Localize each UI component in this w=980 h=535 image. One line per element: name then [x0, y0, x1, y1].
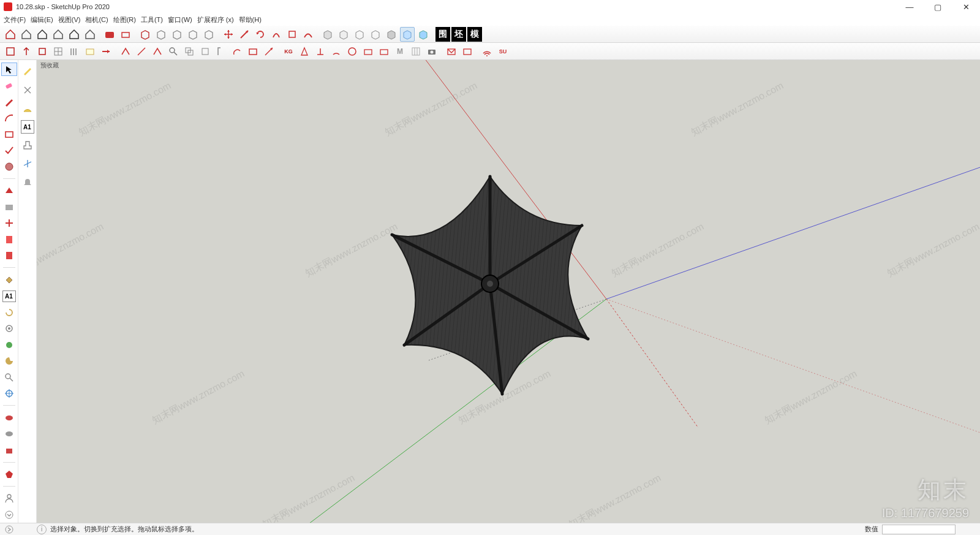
t2-11[interactable]	[166, 44, 181, 59]
m-icon[interactable]: M	[393, 44, 407, 59]
t2-mail2[interactable]	[460, 44, 475, 59]
house-icon-2[interactable]	[19, 27, 34, 42]
gear-tool[interactable]	[2, 323, 16, 334]
rotate-tool[interactable]	[253, 27, 268, 42]
b-tape[interactable]	[21, 65, 34, 78]
arc-tool[interactable]	[2, 112, 16, 123]
b-protractor[interactable]	[21, 102, 34, 115]
house-icon-6[interactable]	[83, 27, 97, 42]
t2-9[interactable]	[134, 44, 149, 59]
pencil-tool[interactable]	[2, 96, 16, 107]
cube-shade-1[interactable]	[320, 27, 335, 42]
eraser-tool[interactable]	[2, 80, 16, 91]
menu-window[interactable]: 窗口(W)	[168, 15, 192, 25]
t2-13[interactable]	[198, 44, 213, 59]
cube-shade-2[interactable]	[336, 27, 351, 42]
paint-bucket-tool[interactable]	[2, 274, 16, 285]
cube-tool-5[interactable]	[202, 27, 216, 42]
menu-tools[interactable]: 工具(T)	[141, 15, 163, 25]
gray-disc-tool[interactable]	[2, 428, 16, 439]
b-bell[interactable]	[21, 175, 34, 189]
t2-12[interactable]	[182, 44, 197, 59]
ch-button-2[interactable]: 坯	[451, 27, 466, 42]
ruby-tool[interactable]	[2, 469, 16, 480]
t2-8[interactable]	[118, 44, 133, 59]
red-shape-tool[interactable]	[2, 185, 16, 196]
su-icon[interactable]: SU	[496, 44, 510, 59]
t2-2[interactable]	[19, 44, 34, 59]
red-cross-tool[interactable]	[2, 218, 16, 229]
palette-tool[interactable]	[2, 355, 16, 366]
red-tool-i[interactable]	[301, 27, 315, 42]
red-tool-2[interactable]	[118, 27, 133, 42]
target-tool[interactable]	[2, 388, 16, 399]
gray-box-tool[interactable]	[2, 201, 16, 212]
red-tool-g[interactable]	[269, 27, 284, 42]
move-tool[interactable]	[221, 27, 236, 42]
t2-10[interactable]	[150, 44, 165, 59]
t2-19[interactable]	[297, 44, 312, 59]
t2-23[interactable]	[361, 44, 375, 59]
t2-5[interactable]	[67, 44, 81, 59]
chevron-down-icon[interactable]	[2, 509, 16, 520]
t2-16[interactable]	[246, 44, 260, 59]
menu-view[interactable]: 视图(V)	[58, 15, 81, 25]
red-box-tool[interactable]	[2, 444, 16, 455]
menu-camera[interactable]: 相机(C)	[85, 15, 108, 25]
house-icon-5[interactable]	[67, 27, 81, 42]
house-icon-3[interactable]	[35, 27, 50, 42]
red-sheet-tool-2[interactable]	[2, 250, 16, 261]
house-icon-4[interactable]	[51, 27, 66, 42]
swirl-tool[interactable]	[2, 307, 16, 318]
cube-shade-4[interactable]	[368, 27, 383, 42]
person-icon[interactable]	[2, 493, 16, 504]
minimize-button[interactable]: —	[895, 0, 924, 13]
t2-3[interactable]	[35, 44, 50, 59]
status-chevron-icon[interactable]	[2, 523, 16, 536]
t2-20[interactable]	[313, 44, 328, 59]
b-gray-tool[interactable]	[21, 83, 34, 97]
t2-1[interactable]	[3, 44, 18, 59]
red-tool-1[interactable]	[102, 27, 117, 42]
cube-shade-6[interactable]	[400, 27, 415, 42]
cube-shade-3[interactable]	[352, 27, 367, 42]
t2-24[interactable]	[377, 44, 391, 59]
select-tool[interactable]	[1, 63, 17, 76]
rect-tool[interactable]	[2, 129, 16, 140]
t2-4[interactable]	[51, 44, 66, 59]
t2-21[interactable]	[329, 44, 344, 59]
red-sheet-tool[interactable]	[2, 233, 16, 245]
menu-ext[interactable]: 扩展程序 (x)	[197, 15, 234, 25]
text-tool[interactable]: A1	[2, 290, 16, 302]
t2-15[interactable]	[230, 44, 244, 59]
menu-help[interactable]: 帮助(H)	[239, 15, 262, 25]
close-button[interactable]: ✕	[952, 0, 980, 13]
red-tool-h[interactable]	[285, 27, 300, 42]
ch-button-3[interactable]: 模	[467, 27, 482, 42]
house-icon[interactable]	[3, 27, 18, 42]
cube-tool-4[interactable]	[186, 27, 200, 42]
kg-icon[interactable]: KG	[281, 44, 296, 59]
cube-shade-5[interactable]	[384, 27, 399, 42]
green-tool[interactable]	[2, 339, 16, 350]
cube-tool-2[interactable]	[154, 27, 168, 42]
menu-file[interactable]: 文件(F)	[4, 15, 26, 25]
red-arrow-tool[interactable]	[237, 27, 252, 42]
circle-tool[interactable]	[2, 161, 16, 172]
t2-22[interactable]	[345, 44, 360, 59]
red-disc-tool[interactable]	[2, 412, 16, 423]
cube-tool-3[interactable]	[170, 27, 184, 42]
ch-button-1[interactable]: 围	[435, 27, 450, 42]
zoom-tool[interactable]	[2, 371, 16, 382]
t2-17[interactable]	[262, 44, 276, 59]
measure-input[interactable]	[882, 525, 956, 534]
b-axis[interactable]	[21, 157, 34, 170]
t2-7[interactable]	[99, 44, 113, 59]
wifi-icon[interactable]	[480, 44, 494, 59]
cube-tool-1[interactable]	[138, 27, 153, 42]
checkmark-tool[interactable]	[2, 145, 16, 156]
t2-26[interactable]	[409, 44, 423, 59]
menu-draw[interactable]: 绘图(R)	[113, 15, 136, 25]
camera-icon[interactable]	[424, 44, 439, 59]
b-stamp[interactable]	[21, 138, 34, 152]
